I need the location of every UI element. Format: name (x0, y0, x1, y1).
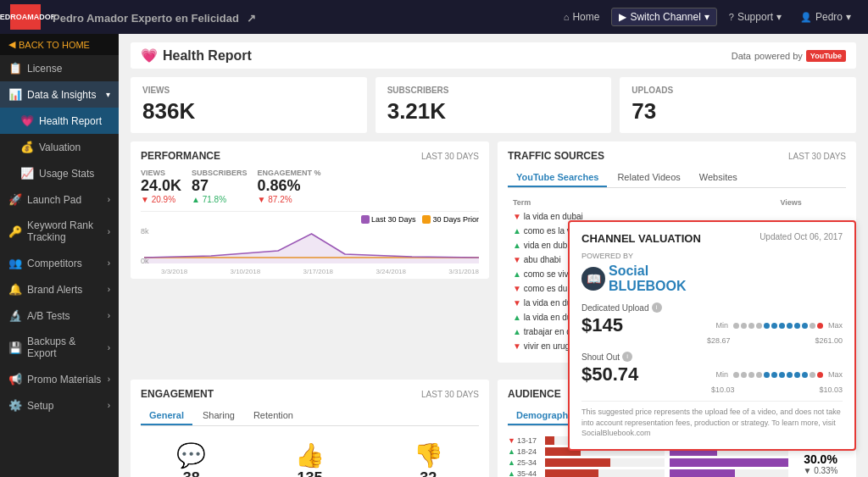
performance-metrics: VIEWS 24.0K ▼ 20.9% SUBSCRIBERS 87 ▲ 71.… (141, 169, 479, 204)
likes-value: 135 (292, 469, 327, 477)
stats-row: VIEWS 836K SUBSCRIBERS 3.21K UPLOADS 73 (131, 77, 856, 133)
views-metric: VIEWS 24.0K ▼ 20.9% (141, 169, 181, 204)
dedicated-upload-range: Min Max (715, 321, 843, 330)
views-stat-card: VIEWS 836K (131, 77, 367, 133)
comments-value: 38 (174, 469, 209, 477)
performance-panel: PERFORMANCE LAST 30 DAYS VIEWS 24.0K ▼ 2… (131, 141, 489, 279)
age-bar-container-male (670, 469, 789, 477)
user-nav-link[interactable]: 👤 Pedro ▾ (793, 8, 858, 26)
info-icon[interactable]: i (622, 352, 632, 362)
shout-out-label: Shout Out i (581, 352, 843, 362)
age-bar-container-male (670, 458, 789, 467)
thumbs-down-icon: 👎 (411, 441, 446, 469)
comment-icon: 💬 (174, 441, 209, 469)
comments-metric: 💬 38 ▲ 8.57% (174, 441, 209, 477)
main-content: 💗 Health Report Data powered by YouTube … (119, 34, 868, 477)
rocket-icon: 🚀 (8, 193, 22, 206)
sidebar-item-brand-alerts[interactable]: 🔔 Brand Alerts › (0, 276, 119, 302)
chevron-right-icon: › (108, 374, 110, 384)
sidebar-item-setup[interactable]: ⚙️ Setup › (0, 392, 119, 419)
sidebar-item-launch-pad[interactable]: 🚀 Launch Pad › (0, 186, 119, 213)
support-nav-link[interactable]: ? Support ▾ (722, 8, 788, 26)
sidebar-item-usage-stats[interactable]: 📈 Usage Stats (0, 160, 119, 186)
sidebar-item-competitors[interactable]: 👥 Competitors › (0, 250, 119, 276)
age-label: ▲ 18-24 (508, 447, 542, 456)
views-metric-change: ▼ 20.9% (141, 195, 181, 204)
tab-youtube-searches[interactable]: YouTube Searches (508, 169, 607, 187)
chart-svg (144, 225, 479, 263)
engagement-title: ENGAGEMENT (141, 388, 214, 400)
views-value: 836K (142, 98, 355, 125)
app-logo: PEDRO AMADOR (10, 4, 41, 30)
engagement-tabs: General Sharing Retention (141, 407, 479, 426)
engagement-panel: ENGAGEMENT LAST 30 DAYS General Sharing … (131, 380, 489, 477)
channel-valuation-panel: CHANNEL VALUATION Updated Oct 06, 2017 P… (568, 220, 856, 451)
user-icon: 👤 (800, 12, 812, 23)
sidebar-item-keyword-rank[interactable]: 🔑 Keyword Rank Tracking › (0, 213, 119, 250)
nav-links: ⌂ Home ▶ Switch Channel ▾ ? Support ▾ 👤 … (557, 8, 858, 26)
shout-out-range-values: $10.03 $10.03 (581, 385, 843, 394)
tab-sharing[interactable]: Sharing (194, 407, 243, 425)
legend-last30: Last 30 Days (361, 215, 416, 224)
engagement-metric: ENGAGEMENT % 0.86% ▼ 87.2% (258, 169, 321, 204)
info-icon[interactable]: i (652, 302, 662, 313)
engagement-header: ENGAGEMENT LAST 30 DAYS (141, 388, 479, 400)
engagement-period: LAST 30 DAYS (421, 390, 479, 399)
performance-period: LAST 30 DAYS (421, 152, 479, 161)
dislikes-value: 32 (411, 469, 446, 477)
engagement-col: ENGAGEMENT LAST 30 DAYS General Sharing … (131, 380, 489, 477)
chevron-right-icon: › (108, 401, 110, 410)
chevron-down-icon: ▾ (704, 11, 709, 23)
content-header: 💗 Health Report Data powered by YouTube (131, 42, 856, 69)
subscribers-label: SUBSCRIBERS (387, 86, 600, 95)
sidebar-item-ab-tests[interactable]: 🔬 A/B Tests › (0, 302, 119, 329)
keyword-icon: 🔑 (8, 225, 22, 238)
subs-metric-label: SUBSCRIBERS (192, 169, 248, 177)
male-bar (670, 458, 789, 467)
competitors-icon: 👥 (8, 257, 22, 269)
sidebar-item-valuation[interactable]: 💰 Valuation (0, 134, 119, 160)
tab-retention[interactable]: Retention (245, 407, 302, 425)
sidebar-item-health-report[interactable]: 💗 Health Report (0, 108, 119, 134)
sidebar-item-promo[interactable]: 📢 Promo Materials › (0, 366, 119, 392)
gear-icon: ⚙️ (8, 399, 22, 412)
chart-y-labels: 8k 0k (141, 227, 149, 265)
switch-channel-button[interactable]: ▶ Switch Channel ▾ (611, 8, 716, 26)
engagement-metric-change: ▼ 87.2% (258, 195, 321, 204)
tab-general[interactable]: General (141, 407, 192, 425)
female-bar (545, 436, 554, 445)
back-to-home-link[interactable]: ◀ BACK TO HOME (0, 34, 119, 55)
heart-icon: 💗 (20, 114, 34, 127)
shout-out-range: Min Max (715, 370, 843, 379)
gender-change: ▼ 0.33% (795, 466, 846, 475)
performance-chart: Last 30 Days 30 Days Prior 8k 0k (141, 211, 479, 270)
chart-legend: Last 30 Days 30 Days Prior (141, 215, 479, 224)
sidebar-item-data-insights[interactable]: 📊 Data & Insights ▾ (0, 81, 119, 108)
engagement-metrics: 💬 38 ▲ 8.57% 👍 135 ▼ 93.9% 👎 32 ▼ (141, 433, 479, 477)
traffic-title: TRAFFIC SOURCES (508, 150, 604, 162)
engagement-metric-value: 0.86% (258, 177, 321, 195)
dedicated-upload-value: $145 (581, 314, 623, 336)
promo-icon: 📢 (8, 373, 22, 385)
performance-header: PERFORMANCE LAST 30 DAYS (141, 150, 479, 162)
cv-date: Updated Oct 06, 2017 (760, 232, 843, 241)
home-icon: ⌂ (564, 12, 570, 22)
age-bar-container (545, 458, 665, 467)
data-source-label: Data powered by YouTube (732, 50, 846, 62)
video-icon: ▶ (619, 11, 626, 23)
tab-related-videos[interactable]: Related Videos (609, 169, 688, 187)
valuation-icon: 💰 (20, 141, 34, 153)
sidebar-item-license[interactable]: 📋 License (0, 55, 119, 81)
engagement-metric-label: ENGAGEMENT % (258, 169, 321, 177)
dedicated-upload-bar (733, 323, 823, 329)
sidebar-item-backups[interactable]: 💾 Backups & Export › (0, 329, 119, 366)
top-nav: PEDRO AMADOR Pedro Amador Experto en Fel… (0, 0, 868, 34)
performance-title: PERFORMANCE (141, 150, 220, 162)
backup-icon: 💾 (8, 341, 22, 354)
chevron-right-icon: › (108, 227, 110, 236)
tab-websites[interactable]: Websites (691, 169, 746, 187)
home-nav-link[interactable]: ⌂ Home (557, 8, 607, 26)
question-icon: ? (729, 12, 734, 22)
likes-metric: 👍 135 ▼ 93.9% (292, 441, 327, 477)
legend-prior30: 30 Days Prior (422, 215, 479, 224)
